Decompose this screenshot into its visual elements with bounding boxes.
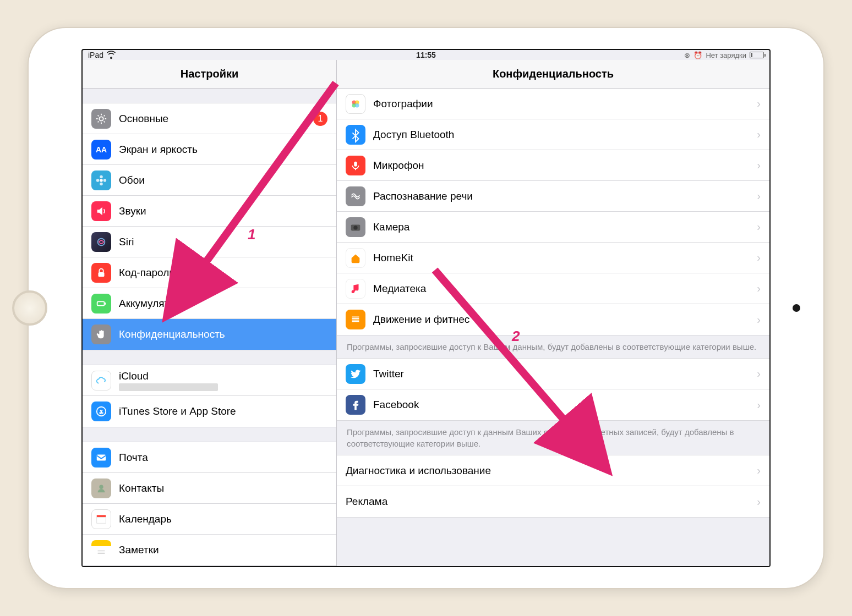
music-icon	[346, 279, 365, 299]
chevron-right-icon: ›	[757, 367, 761, 380]
contacts-icon	[91, 479, 111, 498]
lock-icon	[91, 263, 111, 283]
speaker-icon	[91, 201, 111, 221]
row-icloud[interactable]: iCloud	[83, 365, 336, 396]
badge: 1	[313, 112, 327, 126]
chevron-right-icon: ›	[757, 282, 761, 295]
detail-pane: Конфиденциальность Фотографии›Доступ Blu…	[337, 60, 769, 566]
front-camera	[793, 304, 800, 312]
home-icon	[346, 248, 365, 268]
wifi-icon	[107, 51, 116, 59]
row-wallpaper[interactable]: Обои	[83, 165, 336, 196]
row-label: Аккумулятор	[119, 298, 181, 309]
camera-icon	[346, 217, 365, 237]
svg-point-5	[103, 179, 107, 182]
twitter-icon	[346, 364, 365, 384]
row-label: Медиатека	[373, 283, 426, 294]
mic-icon	[346, 156, 365, 175]
chevron-right-icon: ›	[757, 97, 761, 110]
battery-icon	[750, 52, 764, 58]
cloud-icon	[91, 371, 111, 391]
row-Facebook[interactable]: Facebook›	[337, 389, 769, 420]
row-Камера[interactable]: Камера›	[337, 212, 769, 243]
row-label: Заметки	[119, 544, 159, 556]
detail-title: Конфиденциальность	[337, 60, 769, 89]
row-label: Распознавание речи	[373, 190, 473, 202]
row-Движение и фитнес[interactable]: Движение и фитнес›	[337, 304, 769, 335]
footer-b: Программы, запросившие доступ к данным В…	[337, 421, 769, 455]
notes-icon	[91, 540, 111, 560]
svg-point-21	[353, 226, 357, 229]
sidebar-title: Настройки	[83, 60, 336, 89]
svg-rect-9	[105, 302, 106, 305]
row-display[interactable]: AAЭкран и яркость	[83, 134, 336, 165]
photos-icon	[346, 94, 365, 114]
row-sounds[interactable]: Звуки	[83, 196, 336, 227]
chevron-right-icon: ›	[757, 399, 761, 411]
row-label: Календарь	[119, 513, 172, 525]
bluetooth-icon	[346, 125, 365, 145]
row-Фотографии[interactable]: Фотографии›	[337, 89, 769, 119]
mail-icon	[91, 448, 111, 468]
row-subtitle-redacted	[119, 383, 218, 391]
settings-sidebar: Настройки Основные1AAЭкран и яркостьОбои…	[83, 60, 337, 566]
row-calendar[interactable]: Календарь	[83, 504, 336, 535]
svg-rect-7	[99, 272, 105, 277]
status-bar: iPad 11:55 ⊗ ⏰ Нет зарядки	[83, 50, 769, 60]
row-mail[interactable]: Почта	[83, 442, 336, 473]
chevron-right-icon: ›	[757, 159, 761, 172]
row-Доступ Bluetooth[interactable]: Доступ Bluetooth›	[337, 119, 769, 150]
row-passcode[interactable]: Код-пароль	[83, 257, 336, 288]
row-label: Камера	[373, 221, 409, 233]
row-general[interactable]: Основные1	[83, 103, 336, 134]
row-label: Twitter	[373, 368, 404, 380]
battery-text: Нет зарядки	[706, 51, 746, 59]
row-Twitter[interactable]: Twitter›	[337, 359, 769, 389]
row-label: Siri	[119, 236, 134, 248]
row-Медиатека[interactable]: Медиатека›	[337, 273, 769, 304]
row-label: Контакты	[119, 482, 164, 494]
row-Диагностика и использование[interactable]: Диагностика и использование›	[337, 455, 769, 486]
appstore-icon	[91, 402, 111, 421]
chevron-right-icon: ›	[757, 221, 761, 233]
home-button[interactable]	[12, 290, 47, 326]
calendar-icon	[91, 509, 111, 529]
row-label: Почта	[119, 452, 148, 463]
row-label: Реклама	[346, 496, 387, 507]
svg-rect-11	[97, 454, 106, 460]
row-Реклама[interactable]: Реклама›	[337, 486, 769, 517]
orientation-lock-icon: ⊗	[684, 51, 690, 59]
row-privacy[interactable]: Конфиденциальность	[83, 319, 336, 350]
row-label: Доступ Bluetooth	[373, 129, 454, 140]
ipad-frame: iPad 11:55 ⊗ ⏰ Нет зарядки Настройки Осн…	[28, 27, 824, 589]
screen: iPad 11:55 ⊗ ⏰ Нет зарядки Настройки Осн…	[81, 49, 771, 567]
device-label: iPad	[88, 51, 103, 59]
flower-icon	[91, 170, 111, 190]
row-siri[interactable]: Siri	[83, 227, 336, 257]
annotation-1: 1	[248, 226, 255, 243]
row-contacts[interactable]: Контакты	[83, 473, 336, 504]
svg-point-4	[96, 179, 100, 182]
row-Микрофон[interactable]: Микрофон›	[337, 150, 769, 181]
row-label: Диагностика и использование	[346, 465, 491, 476]
chevron-right-icon: ›	[757, 464, 761, 477]
facebook-icon	[346, 395, 365, 415]
svg-point-2	[100, 175, 103, 178]
svg-rect-14	[97, 517, 106, 523]
gear-icon	[91, 109, 111, 129]
chevron-right-icon: ›	[757, 190, 761, 202]
row-HomeKit[interactable]: HomeKit›	[337, 243, 769, 273]
chevron-right-icon: ›	[757, 496, 761, 508]
hand-icon	[91, 324, 111, 344]
row-Распознавание речи[interactable]: Распознавание речи›	[337, 181, 769, 212]
row-appstore[interactable]: iTunes Store и App Store	[83, 396, 336, 427]
chevron-right-icon: ›	[757, 314, 761, 326]
speech-icon	[346, 186, 365, 206]
row-notes[interactable]: Заметки	[83, 535, 336, 565]
AA-icon: AA	[91, 140, 111, 160]
row-battery[interactable]: Аккумулятор	[83, 288, 336, 319]
row-label: HomeKit	[373, 252, 413, 263]
row-label: Основные	[119, 113, 168, 124]
row-label: Facebook	[373, 399, 419, 410]
row-label: Фотографии	[373, 98, 433, 109]
